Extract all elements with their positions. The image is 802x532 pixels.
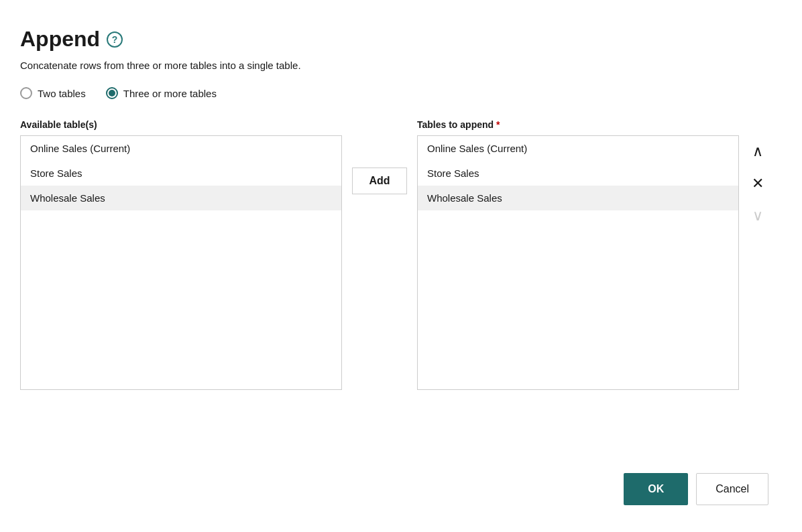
dialog-title: Append [20,27,100,52]
append-table-item-2[interactable]: Wholesale Sales [418,186,738,210]
middle-section: Add [342,119,417,194]
radio-group: Two tables Three or more tables [20,87,768,99]
available-tables-list[interactable]: Online Sales (Current) Store Sales Whole… [20,135,342,390]
move-up-button[interactable]: ∧ [747,141,768,162]
subtitle: Concatenate rows from three or more tabl… [20,60,768,71]
title-row: Append ? [20,27,768,52]
help-icon[interactable]: ? [107,31,123,48]
available-table-item-0[interactable]: Online Sales (Current) [21,136,341,161]
radio-two-tables-label: Two tables [38,88,86,99]
ok-button[interactable]: OK [624,473,688,505]
add-button[interactable]: Add [352,168,406,194]
right-controls: ∧ ✕ ∨ [747,119,768,226]
append-dialog: Append ? Concatenate rows from three or … [0,0,802,532]
radio-two-tables-indicator [20,87,32,99]
tables-to-append-label: Tables to append * [417,119,739,130]
required-star: * [496,119,500,130]
radio-two-tables[interactable]: Two tables [20,87,86,99]
available-table-item-1[interactable]: Store Sales [21,161,341,186]
radio-three-or-more-indicator [106,87,118,99]
append-table-item-1[interactable]: Store Sales [418,161,738,186]
available-tables-panel: Available table(s) Online Sales (Current… [20,119,342,390]
available-tables-label: Available table(s) [20,119,342,130]
tables-row: Available table(s) Online Sales (Current… [20,119,768,390]
move-down-button[interactable]: ∨ [747,205,768,226]
append-table-item-0[interactable]: Online Sales (Current) [418,136,738,161]
remove-button[interactable]: ✕ [747,173,768,194]
radio-three-or-more[interactable]: Three or more tables [106,87,217,99]
cancel-button[interactable]: Cancel [696,473,768,505]
available-table-item-2[interactable]: Wholesale Sales [21,186,341,210]
radio-three-or-more-label: Three or more tables [123,88,217,99]
tables-to-append-list[interactable]: Online Sales (Current) Store Sales Whole… [417,135,739,390]
tables-to-append-panel: Tables to append * Online Sales (Current… [417,119,739,390]
footer-buttons: OK Cancel [624,473,768,505]
